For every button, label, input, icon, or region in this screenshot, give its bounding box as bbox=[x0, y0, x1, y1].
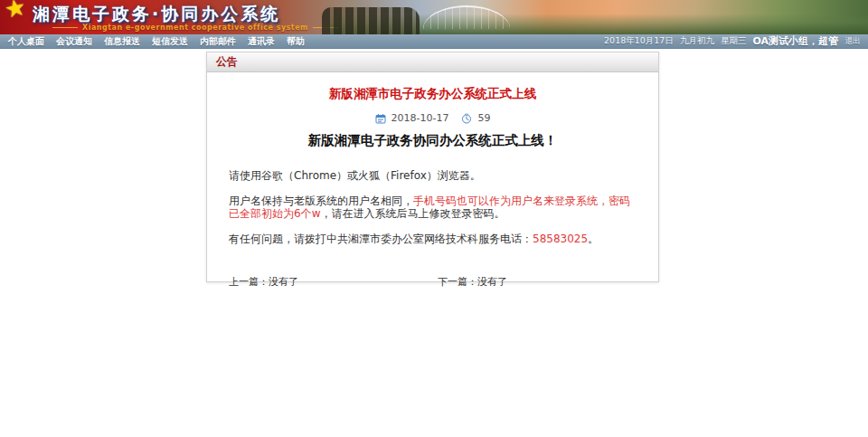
weekday: 星期三 bbox=[721, 35, 747, 47]
article-paragraph-contact: 有任何问题，请拨打中共湘潭市委办公室网络技术科服务电话：58583025。 bbox=[229, 233, 637, 245]
prev-article-row: 上一篇：没有了 bbox=[229, 275, 298, 289]
logout-link[interactable]: 退出 bbox=[844, 35, 861, 47]
next-article-row: 下一篇：没有了 bbox=[438, 275, 507, 289]
nav-item-internal-mail[interactable]: 内部邮件 bbox=[200, 35, 236, 48]
article-date: 2018-10-17 bbox=[392, 112, 449, 124]
nav-bar: 个人桌面 会议通知 信息报送 短信发送 内部邮件 通讯录 帮助 2018年10月… bbox=[0, 34, 868, 49]
calendar-icon bbox=[375, 113, 386, 124]
nav-item-help[interactable]: 帮助 bbox=[287, 35, 305, 48]
banner-subtitle-en: Xiangtan e-government cooperative office… bbox=[82, 24, 308, 32]
username: OA测试小组，超管 bbox=[752, 34, 838, 48]
article-paragraph-account: 用户名保持与老版系统的用户名相同，手机号码也可以作为用户名来登录系统，密码已全部… bbox=[229, 195, 637, 220]
article-views: 59 bbox=[477, 112, 490, 124]
banner: ★ 湘潭电子政务·协同办公系统 Xiangtan e-government co… bbox=[0, 0, 868, 34]
announcement-panel: 公告 新版湘潭市电子政务办公系统正式上线 2018-10-17 bbox=[206, 52, 659, 282]
nav-menu: 个人桌面 会议通知 信息报送 短信发送 内部邮件 通讯录 帮助 bbox=[0, 35, 305, 48]
nav-item-personal-desktop[interactable]: 个人桌面 bbox=[8, 35, 44, 48]
decorative-line bbox=[52, 27, 78, 28]
nav-item-sms-send[interactable]: 短信发送 bbox=[152, 35, 188, 48]
statue-silhouette-graphic bbox=[322, 7, 420, 34]
star-icon: ★ bbox=[2, 0, 28, 24]
article-title: 新版湘潭市电子政务办公系统正式上线 bbox=[207, 86, 658, 102]
article-paragraph-browser: 请使用谷歌（Chrome）或火狐（Firefox）浏览器。 bbox=[229, 169, 637, 182]
lunar-date: 九月初九 bbox=[680, 35, 714, 47]
panel-header: 公告 bbox=[207, 52, 658, 72]
prev-article-value: 没有了 bbox=[269, 276, 298, 288]
nav-item-meeting-notice[interactable]: 会议通知 bbox=[56, 35, 92, 48]
nav-item-contacts[interactable]: 通讯录 bbox=[248, 35, 275, 48]
article-headline: 新版湘潭电子政务协同办公系统正式上线！ bbox=[207, 132, 658, 149]
bridge-graphic bbox=[423, 5, 510, 29]
article-meta: 2018-10-17 59 bbox=[207, 112, 658, 124]
nav-item-info-submission[interactable]: 信息报送 bbox=[104, 35, 140, 48]
service-phone-number: 58583025 bbox=[533, 233, 588, 245]
current-date: 2018年10月17日 bbox=[604, 35, 674, 47]
next-article-label: 下一篇： bbox=[438, 276, 477, 288]
announcement-body: 新版湘潭市电子政务办公系统正式上线 2018-10-17 bbox=[207, 86, 658, 295]
paragraph2-text-end: ，请在进入系统后马上修改登录密码。 bbox=[320, 207, 505, 220]
banner-subtitle-row: Xiangtan e-government cooperative office… bbox=[52, 24, 338, 32]
next-article-value: 没有了 bbox=[477, 276, 507, 288]
paragraph3-text: 有任何问题，请拨打中共湘潭市委办公室网络技术科服务电话： bbox=[229, 233, 533, 245]
nav-status-area: 2018年10月17日 九月初九 星期三 OA测试小组，超管 退出 bbox=[604, 34, 868, 48]
paragraph3-text-end: 。 bbox=[588, 233, 599, 245]
prev-article-label: 上一篇： bbox=[229, 276, 269, 288]
views-icon bbox=[461, 113, 472, 124]
page: ★ 湘潭电子政务·协同办公系统 Xiangtan e-government co… bbox=[0, 0, 868, 437]
paragraph2-text: 用户名保持与老版系统的用户名相同， bbox=[229, 195, 413, 207]
